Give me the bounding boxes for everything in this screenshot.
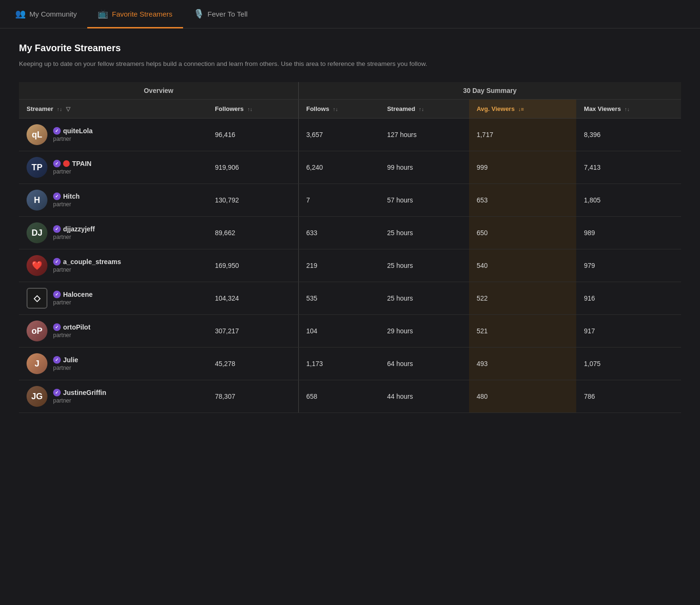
- table-row[interactable]: J ✓ Julie partner 45,278 1,173 64 hours …: [19, 348, 681, 380]
- followers-cell: 169,950: [207, 249, 298, 282]
- streamer-tier: partner: [53, 168, 92, 175]
- streamer-name: ✓ quiteLola: [53, 127, 92, 135]
- avatar: ◇: [27, 288, 47, 309]
- streamer-name-text: a_couple_streams: [63, 258, 121, 266]
- followers-cell: 307,217: [207, 315, 298, 348]
- tab-my-community[interactable]: 👥 My Community: [5, 0, 87, 28]
- follows-cell: 658: [298, 380, 379, 413]
- streamers-table: Overview 30 Day Summary Streamer ↑↓ ▽ Fo…: [19, 82, 681, 413]
- streamer-name: ✓ Hitch: [53, 192, 80, 200]
- table-body: qL ✓ quiteLola partner 96,416 3,657 127 …: [19, 119, 681, 413]
- max-viewers-cell: 917: [576, 315, 681, 348]
- tab-my-community-label: My Community: [29, 10, 77, 18]
- streamed-cell: 99 hours: [379, 151, 469, 184]
- streamers-icon: 📺: [98, 9, 108, 19]
- max-viewers-cell: 979: [576, 249, 681, 282]
- sort-followers-icon[interactable]: ↑↓: [247, 106, 252, 112]
- followers-cell: 130,792: [207, 184, 298, 217]
- page-title: My Favorite Streamers: [19, 43, 681, 54]
- streamer-cell: H ✓ Hitch partner: [19, 184, 207, 217]
- streamer-tier: partner: [53, 201, 80, 208]
- followers-cell: 78,307: [207, 380, 298, 413]
- tab-fever-to-tell-label: Fever To Tell: [208, 10, 248, 18]
- avg-viewers-cell: 540: [469, 249, 576, 282]
- streamer-name-text: djjazzyjeff: [63, 225, 95, 233]
- col-avg-viewers[interactable]: Avg. Viewers ↓≡: [469, 100, 576, 119]
- avg-viewers-cell: 480: [469, 380, 576, 413]
- avatar: qL: [27, 124, 47, 145]
- streamed-cell: 127 hours: [379, 119, 469, 151]
- streamer-cell: ◇ ✓ Halocene partner: [19, 282, 207, 315]
- table-row[interactable]: ❤️ ✓ a_couple_streams partner 169,950 21…: [19, 249, 681, 282]
- col-follows[interactable]: Follows ↑↓: [298, 100, 379, 119]
- top-nav: 👥 My Community 📺 Favorite Streamers 🎙️ F…: [0, 0, 700, 28]
- verified-badge: ✓: [53, 291, 61, 298]
- col-followers[interactable]: Followers ↑↓: [207, 100, 298, 119]
- section-overview: Overview: [19, 82, 298, 100]
- follows-cell: 6,240: [298, 151, 379, 184]
- table-row[interactable]: qL ✓ quiteLola partner 96,416 3,657 127 …: [19, 119, 681, 151]
- followers-cell: 45,278: [207, 348, 298, 380]
- avatar: oP: [27, 321, 47, 341]
- followers-cell: 96,416: [207, 119, 298, 151]
- table-row[interactable]: TP ✓ TPAIN partner 919,906 6,240 99 hour…: [19, 151, 681, 184]
- table-row[interactable]: oP ✓ ortoPilot partner 307,217 104 29 ho…: [19, 315, 681, 348]
- streamed-cell: 25 hours: [379, 249, 469, 282]
- community-icon: 👥: [15, 9, 26, 19]
- verified-badge: ✓: [53, 192, 61, 200]
- streamer-info: ✓ ortoPilot partner: [53, 323, 91, 339]
- streamer-name: ✓ TPAIN: [53, 160, 92, 167]
- streamer-name: ✓ Julie: [53, 356, 78, 364]
- streamer-info: ✓ djjazzyjeff partner: [53, 225, 95, 240]
- table-row[interactable]: H ✓ Hitch partner 130,792 7 57 hours 653…: [19, 184, 681, 217]
- streamer-cell: oP ✓ ortoPilot partner: [19, 315, 207, 348]
- sort-streamed-icon[interactable]: ↑↓: [419, 106, 424, 112]
- followers-cell: 89,662: [207, 217, 298, 249]
- streamer-cell: qL ✓ quiteLola partner: [19, 119, 207, 151]
- col-streamer[interactable]: Streamer ↑↓ ▽: [19, 100, 207, 119]
- sort-follows-icon[interactable]: ↑↓: [333, 106, 338, 112]
- tab-favorite-streamers[interactable]: 📺 Favorite Streamers: [87, 0, 183, 28]
- streamer-info: ✓ Julie partner: [53, 356, 78, 371]
- avg-viewers-cell: 493: [469, 348, 576, 380]
- streamer-name: ✓ JustineGriffin: [53, 389, 106, 396]
- main-content: My Favorite Streamers Keeping up to date…: [0, 28, 700, 427]
- avatar: H: [27, 190, 47, 211]
- col-max-viewers[interactable]: Max Viewers ↑↓: [576, 100, 681, 119]
- section-30day: 30 Day Summary: [298, 82, 681, 100]
- max-viewers-cell: 989: [576, 217, 681, 249]
- follows-cell: 3,657: [298, 119, 379, 151]
- verified-badge: ✓: [53, 225, 61, 233]
- tab-fever-to-tell[interactable]: 🎙️ Fever To Tell: [183, 0, 258, 28]
- table-row[interactable]: JG ✓ JustineGriffin partner 78,307 658 4…: [19, 380, 681, 413]
- streamer-info: ✓ a_couple_streams partner: [53, 258, 121, 273]
- streamer-tier: partner: [53, 136, 92, 142]
- fever-icon: 🎙️: [193, 9, 204, 19]
- table-row[interactable]: DJ ✓ djjazzyjeff partner 89,662 633 25 h…: [19, 217, 681, 249]
- table-row[interactable]: ◇ ✓ Halocene partner 104,324 535 25 hour…: [19, 282, 681, 315]
- streamer-info: ✓ TPAIN partner: [53, 160, 92, 175]
- streamer-tier: partner: [53, 299, 92, 306]
- max-viewers-cell: 7,413: [576, 151, 681, 184]
- sort-streamer-icon[interactable]: ↑↓: [57, 106, 62, 112]
- sort-max-viewers-icon[interactable]: ↑↓: [625, 106, 630, 112]
- verified-badge: ✓: [53, 127, 61, 135]
- streamer-cell: DJ ✓ djjazzyjeff partner: [19, 217, 207, 249]
- streamer-name-text: Julie: [63, 356, 78, 364]
- max-viewers-cell: 786: [576, 380, 681, 413]
- follows-cell: 535: [298, 282, 379, 315]
- streamed-cell: 64 hours: [379, 348, 469, 380]
- sort-avg-viewers-icon[interactable]: ↓≡: [518, 106, 524, 112]
- streamer-info: ✓ quiteLola partner: [53, 127, 92, 142]
- page-description: Keeping up to date on your fellow stream…: [19, 59, 681, 69]
- streamer-name-text: TPAIN: [72, 160, 92, 167]
- streamer-info: ✓ JustineGriffin partner: [53, 389, 106, 404]
- streamer-cell: JG ✓ JustineGriffin partner: [19, 380, 207, 413]
- streamer-name-text: quiteLola: [63, 127, 92, 135]
- streamer-cell: J ✓ Julie partner: [19, 348, 207, 380]
- streamer-info: ✓ Hitch partner: [53, 192, 80, 208]
- verified-badge: ✓: [53, 258, 61, 266]
- avg-viewers-cell: 999: [469, 151, 576, 184]
- filter-streamer-icon[interactable]: ▽: [66, 106, 70, 112]
- col-streamed[interactable]: Streamed ↑↓: [379, 100, 469, 119]
